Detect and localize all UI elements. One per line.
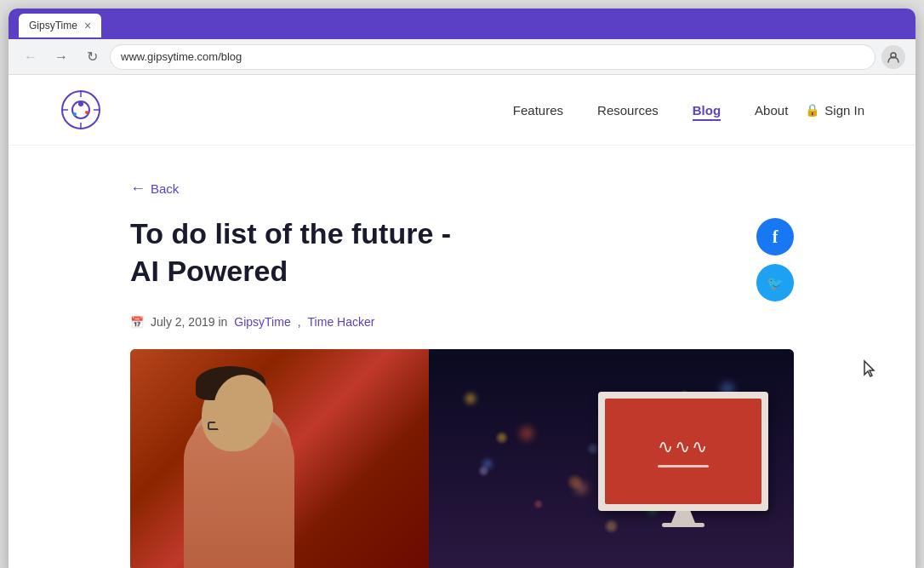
screen-bar <box>658 465 709 468</box>
monitor-screen: ∿∿∿ <box>605 399 761 504</box>
blog-container: ← Back To do list of the future -AI Powe… <box>79 146 845 568</box>
url-input[interactable] <box>111 45 875 69</box>
image-left-panel <box>130 349 429 568</box>
twitter-share-button[interactable]: 🐦 <box>756 264 794 301</box>
back-link[interactable]: ← Back <box>130 180 794 198</box>
calendar-icon: 📅 <box>130 316 144 329</box>
tab-close-button[interactable]: × <box>84 20 91 32</box>
nav-links: Features Resources Blog About <box>513 100 788 121</box>
profile-button[interactable] <box>881 45 905 69</box>
article-date: July 2, 2019 in <box>151 315 227 329</box>
sign-in-label: Sign In <box>824 103 864 118</box>
lock-icon: 🔒 <box>805 103 819 117</box>
site-logo[interactable] <box>60 89 102 131</box>
title-bar: GipsyTime × <box>9 9 915 39</box>
nav-resources[interactable]: Resources <box>597 100 659 121</box>
monitor: ∿∿∿ <box>598 392 768 528</box>
browser-window: GipsyTime × ← → ↻ <box>9 9 915 568</box>
article-meta: 📅 July 2, 2019 in GipsyTime , Time Hacke… <box>130 315 794 329</box>
svg-point-3 <box>78 101 83 106</box>
image-right-panel: ∿∿∿ <box>429 349 794 568</box>
nav-about[interactable]: About <box>755 100 788 121</box>
category-time-hacker[interactable]: Time Hacker <box>308 315 375 329</box>
refresh-button[interactable]: ↻ <box>80 45 104 69</box>
sign-in-button[interactable]: 🔒 Sign In <box>805 103 864 118</box>
monitor-body: ∿∿∿ <box>598 392 768 511</box>
article-header: To do list of the future -AI Powered f 🐦 <box>130 215 794 301</box>
svg-point-4 <box>85 111 88 114</box>
screen-logo: ∿∿∿ <box>658 436 709 458</box>
article-image: ∿∿∿ <box>130 349 794 568</box>
back-button[interactable]: ← <box>19 45 43 69</box>
category-separator: , <box>298 315 301 329</box>
facebook-icon: f <box>773 227 779 247</box>
browser-tab[interactable]: GipsyTime × <box>19 14 101 37</box>
twitter-icon: 🐦 <box>767 275 784 291</box>
address-bar: ← → ↻ <box>9 39 915 75</box>
nav-features[interactable]: Features <box>513 100 563 121</box>
forward-button[interactable]: → <box>49 45 73 69</box>
article-hero-image: ∿∿∿ <box>130 349 794 568</box>
facebook-share-button[interactable]: f <box>756 218 794 255</box>
article-title: To do list of the future -AI Powered <box>130 215 451 290</box>
back-arrow-icon: ← <box>130 180 145 198</box>
site-navigation: Features Resources Blog About 🔒 Sign In <box>9 75 915 146</box>
back-label: Back <box>151 181 179 196</box>
svg-point-5 <box>73 112 77 116</box>
cursor-icon <box>861 358 881 385</box>
page-content: Features Resources Blog About 🔒 Sign In … <box>9 75 915 568</box>
category-gipsytime[interactable]: GipsyTime <box>234 315 290 329</box>
nav-blog[interactable]: Blog <box>693 100 721 121</box>
social-buttons: f 🐦 <box>756 218 794 301</box>
tab-title: GipsyTime <box>29 20 77 32</box>
